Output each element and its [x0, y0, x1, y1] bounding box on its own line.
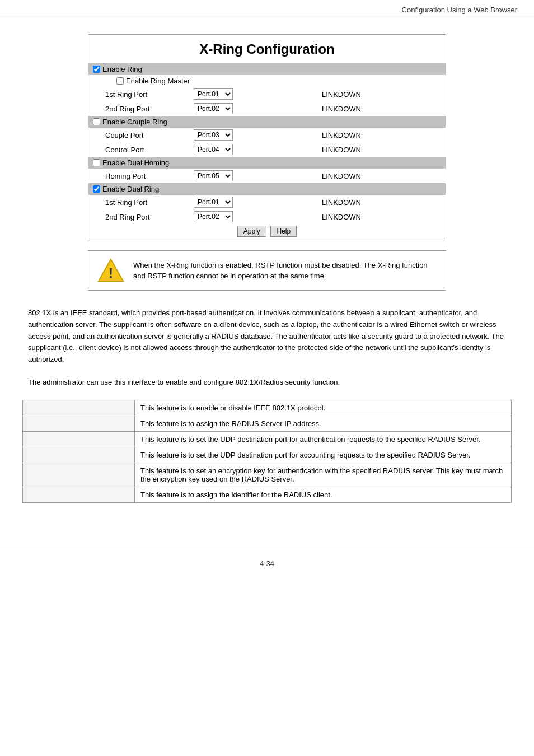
- homing-port-row: Homing Port Port.05 ▼ LINKDOWN: [88, 169, 446, 183]
- control-port-label: Control Port: [88, 142, 189, 157]
- couple-port-row: Couple Port Port.03 ▼ LINKDOWN: [88, 128, 446, 142]
- dual-ring-port-1-label: 1st Ring Port: [88, 195, 189, 209]
- feature-description: This feature is to assign the RADIUS Ser…: [135, 416, 512, 431]
- ring-port-2-row: 2nd Ring Port Port.02 ▼ LINKDOWN: [88, 101, 446, 116]
- apply-help-row: Apply Help: [88, 224, 446, 239]
- feature-description: This feature is to enable or disable IEE…: [135, 400, 512, 416]
- enable-dual-ring-text: Enable Dual Ring: [102, 185, 159, 193]
- enable-dual-ring-label[interactable]: Enable Dual Ring: [93, 185, 441, 193]
- feature-description: This feature is to set the UDP destinati…: [135, 431, 512, 447]
- warning-text: When the X-Ring function is enabled, RST…: [133, 260, 437, 282]
- homing-port-select[interactable]: Port.05 ▼: [194, 170, 233, 181]
- feature-table-row: This feature is to set the UDP destinati…: [23, 447, 512, 463]
- dual-ring-port-1-status: LINKDOWN: [317, 195, 446, 209]
- ring-port-2-select[interactable]: Port.02 ▼: [194, 103, 233, 114]
- dual-ring-port-2-select[interactable]: Port.02 ▼: [194, 211, 233, 222]
- xring-title: X-Ring Configuration: [88, 35, 446, 63]
- header-title: Configuration Using a Web Browser: [402, 6, 517, 14]
- control-port-select[interactable]: Port.04 ▼: [194, 144, 233, 155]
- ring-port-1-select[interactable]: Port.01 ▼: [194, 88, 233, 100]
- enable-dual-ring-checkbox[interactable]: [93, 185, 100, 193]
- feature-label: [23, 400, 135, 416]
- dual-ring-port-2-status: LINKDOWN: [317, 209, 446, 224]
- apply-button[interactable]: Apply: [237, 226, 266, 237]
- enable-ring-master-label[interactable]: Enable Ring Master: [105, 77, 441, 85]
- enable-ring-master-row: Enable Ring Master: [88, 75, 446, 87]
- feature-table-row: This feature is to assign the RADIUS Ser…: [23, 416, 512, 431]
- enable-ring-row: Enable Ring: [88, 63, 446, 75]
- enable-couple-ring-checkbox[interactable]: [93, 118, 100, 125]
- feature-table-row: This feature is to assign the identifier…: [23, 487, 512, 502]
- feature-label: [23, 431, 135, 447]
- homing-port-status: LINKDOWN: [317, 169, 446, 183]
- enable-dual-homing-row: Enable Dual Homing: [88, 157, 446, 169]
- feature-label: [23, 447, 135, 463]
- ring-port-1-label: 1st Ring Port: [88, 87, 189, 101]
- help-button[interactable]: Help: [270, 226, 297, 237]
- feature-description: This feature is to set an encryption key…: [135, 463, 512, 487]
- page-number: 4-34: [260, 559, 274, 568]
- feature-label: [23, 487, 135, 502]
- feature-table-row: This feature is to enable or disable IEE…: [23, 400, 512, 416]
- feature-description: This feature is to assign the identifier…: [135, 487, 512, 502]
- couple-port-label: Couple Port: [88, 128, 189, 142]
- enable-ring-text: Enable Ring: [102, 65, 142, 73]
- feature-table-row: This feature is to set the UDP destinati…: [23, 431, 512, 447]
- enable-ring-master-checkbox[interactable]: [116, 77, 124, 85]
- warning-icon: !: [97, 256, 125, 284]
- couple-port-status: LINKDOWN: [317, 128, 446, 142]
- xring-config-box: X-Ring Configuration Enable Ring Enable …: [88, 34, 446, 239]
- content-area: X-Ring Configuration Enable Ring Enable …: [0, 29, 534, 525]
- ring-port-1-status: LINKDOWN: [317, 87, 446, 101]
- ring-port-1-row: 1st Ring Port Port.01 ▼ LINKDOWN: [88, 87, 446, 101]
- feature-label: [23, 416, 135, 431]
- enable-dual-ring-row: Enable Dual Ring: [88, 183, 446, 195]
- dual-ring-port-2-label: 2nd Ring Port: [88, 209, 189, 224]
- feature-label: [23, 463, 135, 487]
- feature-description: This feature is to set the UDP destinati…: [135, 447, 512, 463]
- enable-ring-label[interactable]: Enable Ring: [93, 65, 441, 73]
- feature-table: This feature is to enable or disable IEE…: [22, 400, 512, 503]
- homing-port-label: Homing Port: [88, 169, 189, 183]
- xring-table: Enable Ring Enable Ring Master 1st Ring …: [88, 63, 446, 239]
- couple-port-select[interactable]: Port.03 ▼: [194, 129, 233, 141]
- enable-dual-homing-label[interactable]: Enable Dual Homing: [93, 158, 441, 167]
- feature-table-row: This feature is to set an encryption key…: [23, 463, 512, 487]
- warning-box: ! When the X-Ring function is enabled, R…: [88, 250, 446, 291]
- control-port-row: Control Port Port.04 ▼ LINKDOWN: [88, 142, 446, 157]
- dual-ring-port-1-select[interactable]: Port.01 ▼: [194, 197, 233, 208]
- enable-dual-homing-text: Enable Dual Homing: [102, 158, 169, 167]
- page-footer: 4-34: [0, 548, 534, 573]
- description-para-2: The administrator can use this interface…: [22, 377, 512, 389]
- enable-ring-checkbox[interactable]: [93, 66, 100, 73]
- enable-couple-ring-label[interactable]: Enable Couple Ring: [93, 118, 441, 126]
- dual-ring-port-2-row: 2nd Ring Port Port.02 ▼ LINKDOWN: [88, 209, 446, 224]
- ring-port-2-status: LINKDOWN: [317, 101, 446, 116]
- dual-ring-port-1-row: 1st Ring Port Port.01 ▼ LINKDOWN: [88, 195, 446, 209]
- enable-couple-ring-row: Enable Couple Ring: [88, 116, 446, 128]
- svg-text:!: !: [109, 265, 113, 281]
- enable-dual-homing-checkbox[interactable]: [93, 159, 100, 166]
- enable-couple-ring-text: Enable Couple Ring: [102, 118, 167, 126]
- enable-ring-master-text: Enable Ring Master: [126, 77, 190, 85]
- page-header: Configuration Using a Web Browser: [0, 0, 534, 17]
- description-para-1: 802.1X is an IEEE standard, which provid…: [22, 307, 512, 366]
- ring-port-2-label: 2nd Ring Port: [88, 101, 189, 116]
- control-port-status: LINKDOWN: [317, 142, 446, 157]
